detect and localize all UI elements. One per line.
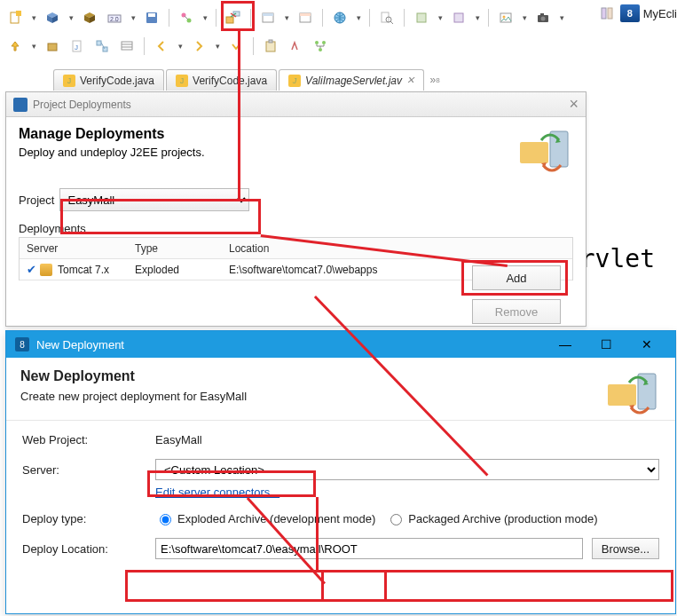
struct-icon[interactable] — [92, 36, 112, 56]
open-browser-icon[interactable] — [258, 8, 278, 28]
dropdown-icon[interactable]: ▾ — [521, 8, 528, 28]
navigator-icon[interactable] — [177, 8, 196, 28]
svg-rect-1 — [16, 11, 21, 16]
back-icon[interactable] — [152, 36, 171, 56]
dialog-subtext: Create new project deployment for EasyMa… — [20, 390, 606, 403]
dropdown-icon[interactable]: ▾ — [201, 8, 209, 28]
dialog-title-label: New Deployment — [36, 338, 124, 351]
svg-rect-32 — [602, 8, 606, 19]
close-button[interactable]: ✕ — [627, 332, 666, 357]
dropdown-icon[interactable]: ▾ — [474, 8, 481, 28]
radio-packaged-label: Packaged Archive (production mode) — [408, 512, 597, 525]
tomcat-icon — [40, 264, 52, 276]
project-select[interactable]: EasyMall — [59, 188, 249, 211]
tab-verifycode-1[interactable]: J VerifyCode.java — [53, 69, 164, 91]
camera-icon[interactable] — [533, 8, 553, 28]
tab-verifycode-2[interactable]: J VerifyCode.java — [166, 69, 277, 91]
dialog-subtext: Deploy and undeploy J2EE projects. — [19, 146, 518, 159]
image-icon[interactable] — [496, 8, 516, 28]
close-tab-icon[interactable]: ✕ — [406, 75, 414, 86]
dropdown-icon[interactable]: ▾ — [355, 8, 362, 28]
java-file-icon[interactable]: J — [67, 36, 87, 56]
deployments-label: Deployments — [6, 213, 586, 237]
browse-button[interactable]: Browse... — [592, 538, 659, 559]
server-label: Server: — [22, 463, 146, 477]
radio-exploded-input[interactable] — [160, 514, 171, 525]
dropdown-icon[interactable]: ▾ — [30, 36, 37, 56]
minimize-button[interactable]: — — [546, 332, 585, 357]
perspective-bar: 8 MyEcli — [597, 4, 677, 23]
svg-rect-15 — [226, 17, 233, 23]
cube-alt-icon[interactable] — [80, 8, 99, 28]
bookmarks-icon[interactable] — [117, 36, 137, 56]
col-server: Server — [20, 242, 135, 255]
svg-point-47 — [319, 48, 322, 51]
dialog-icon — [13, 98, 28, 112]
down-icon[interactable] — [226, 36, 246, 56]
add-button[interactable]: Add — [472, 265, 561, 290]
svg-rect-33 — [608, 8, 612, 19]
svg-rect-40 — [122, 42, 132, 50]
tab-valiimageservlet[interactable]: J ValiImageServlet.jav ✕ — [279, 69, 424, 91]
maximize-button[interactable]: ☐ — [586, 332, 626, 357]
marker-icon[interactable] — [286, 36, 305, 56]
fwd-icon[interactable] — [189, 36, 209, 56]
remove-button-label: Remove — [495, 305, 538, 319]
up-arrow-icon[interactable] — [5, 36, 25, 56]
tab-overflow[interactable]: »8 — [426, 69, 444, 91]
svg-text:J: J — [75, 43, 78, 51]
globe-icon[interactable] — [330, 8, 350, 28]
new-doc-icon[interactable] — [5, 8, 25, 28]
dropdown-icon[interactable]: ▾ — [558, 8, 565, 28]
remove-button[interactable]: Remove — [472, 299, 561, 324]
close-dialog-icon[interactable]: × — [569, 95, 579, 114]
radio-packaged[interactable]: Packaged Archive (production mode) — [386, 511, 597, 525]
webproject-label: Web Project: — [22, 433, 146, 446]
new-cube-icon[interactable] — [43, 8, 62, 28]
dropdown-icon[interactable]: ▾ — [437, 8, 444, 28]
svg-rect-48 — [520, 142, 548, 163]
save-icon[interactable] — [142, 8, 161, 28]
separator-icon — [169, 9, 169, 27]
deployloc-input[interactable] — [155, 538, 583, 559]
tree-icon[interactable] — [311, 36, 330, 56]
deploy-project-icon[interactable] — [224, 8, 243, 28]
search-doc-icon[interactable] — [377, 8, 397, 28]
main-toolbar-row2: ▾ J ▾ ▾ — [5, 34, 677, 59]
svg-rect-43 — [266, 42, 275, 51]
separator-icon — [322, 9, 323, 27]
dropdown-icon[interactable]: ▾ — [130, 8, 137, 28]
toolB-icon[interactable] — [449, 8, 468, 28]
dialog-titlebar[interactable]: Project Deployments × — [6, 92, 586, 117]
svg-rect-44 — [269, 40, 272, 43]
package-icon[interactable] — [43, 36, 62, 56]
toolA-icon[interactable] — [412, 8, 431, 28]
paste-icon[interactable] — [261, 36, 280, 56]
open-browser2-icon[interactable] — [295, 8, 315, 28]
dropdown-icon[interactable]: ▾ — [30, 8, 37, 28]
svg-text:2.0: 2.0 — [110, 16, 119, 22]
dropdown-icon[interactable]: ▾ — [177, 36, 184, 56]
dropdown-icon[interactable]: ▾ — [283, 8, 290, 28]
perspective-switch-icon[interactable] — [597, 4, 617, 23]
scale-100-icon[interactable]: 2.0 — [105, 8, 124, 28]
dialog-titlebar[interactable]: 8 New Deployment — ☐ ✕ — [6, 331, 675, 358]
svg-rect-37 — [97, 41, 101, 45]
dropdown-icon[interactable]: ▾ — [67, 8, 75, 28]
svg-rect-26 — [454, 13, 463, 22]
radio-packaged-input[interactable] — [390, 514, 402, 525]
dropdown-icon[interactable]: ▾ — [214, 36, 221, 56]
svg-point-45 — [315, 41, 319, 44]
table-header-row: Server Type Location — [20, 238, 572, 259]
edit-server-connectors-link[interactable]: Edit server connectors... — [155, 486, 659, 499]
radio-exploded[interactable]: Exploded Archive (development mode) — [155, 511, 375, 525]
radio-exploded-label: Exploded Archive (development mode) — [177, 512, 375, 525]
server-select[interactable]: <Custom Location> — [155, 459, 659, 480]
svg-rect-25 — [417, 13, 426, 22]
tab-label: ValiImageServlet.jav — [305, 75, 402, 87]
svg-line-24 — [390, 21, 393, 24]
svg-rect-34 — [48, 43, 57, 51]
java-file-icon: J — [288, 75, 301, 87]
svg-rect-31 — [540, 13, 544, 16]
col-location: Location — [229, 242, 572, 255]
